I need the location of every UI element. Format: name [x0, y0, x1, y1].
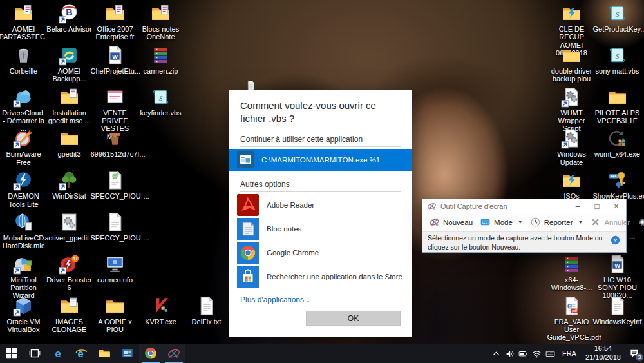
desktop-icon-driverscloud-d-marrer-la[interactable]: DriversCloud. - Démarrer la ... [1, 86, 46, 133]
desktop-icon-blocs-notes-onenote[interactable]: Blocs-notes OneNote [138, 3, 184, 41]
selected-app-path: C:\MARMITON\MARMITON.exe %1 [261, 156, 380, 164]
svg-text:9+: 9+ [73, 256, 78, 262]
desktop-icon-showkeyplus-exe[interactable]: ShowKeyPlus.exe [594, 170, 640, 200]
desktop-icon-belarc-advisor[interactable]: BBelarc Advisor [46, 3, 92, 33]
chevron-down-icon[interactable]: ▼ [518, 219, 523, 225]
desktop-icon-gpedit3[interactable]: gpedit3 [46, 128, 92, 158]
desktop-icon-x64-windows8[interactable]: x64-Windows8-... [549, 253, 594, 292]
svg-text:W: W [112, 53, 118, 59]
desktop-icon-windirstat[interactable]: WinDirStat [46, 170, 92, 200]
desktop-icon-label: Office 2007 Enterprise fr [92, 25, 138, 41]
taskbar-internet-explorer[interactable]: e [70, 344, 93, 363]
annuler-button[interactable]: Annuler [587, 215, 633, 230]
desktop-icon-label: carmen.nfo [97, 276, 133, 284]
battery-icon[interactable] [516, 344, 530, 363]
svg-text:B: B [66, 7, 72, 17]
snip-cancel-icon [590, 217, 601, 228]
app-option-adobe-reader[interactable]: Adobe Reader [229, 193, 412, 217]
svg-text:W: W [614, 262, 620, 268]
desktop-icon-label: 69961512d7c7f... [91, 150, 140, 158]
desktop-icon-keyfinder-vbs[interactable]: Skeyfinder.vbs [138, 86, 184, 117]
volume-icon[interactable] [503, 344, 516, 363]
desktop-icon-office-2007-enterprise-fr[interactable]: Office 2007 Enterprise fr [92, 3, 138, 41]
desktop-icon-installation-gpedit-msc[interactable]: Installation gpedit msc ... [46, 86, 92, 125]
chevron-up-icon[interactable] [489, 344, 503, 363]
taskbar-task-view[interactable] [23, 344, 46, 363]
desktop-icon-wumt-wrapper-script[interactable]: WUMT Wrapper Script [549, 86, 594, 133]
desktop-icon-label: carmen.zip [144, 67, 178, 75]
store-icon [237, 266, 259, 288]
options-button[interactable]: Options [634, 215, 644, 230]
taskbar-start[interactable] [0, 344, 23, 363]
mode-button[interactable]: Mode▼ [477, 215, 526, 230]
app-option-rechercher-une-application-dans-le-store[interactable]: Rechercher une application dans le Store [229, 265, 412, 289]
taskbar-file-explorer[interactable] [93, 344, 116, 363]
taskbar-snipping-tool[interactable] [162, 344, 185, 363]
desktop-icon-images-clonage[interactable]: IMAGES CLONAGE [46, 295, 92, 334]
vbox-icon [13, 295, 34, 317]
desktop-icon-fra-vaio-user-guide-vpce-pdf[interactable]: epdfFRA_VAIO User Guide_VPCE.pdf [549, 295, 594, 342]
desktop-icon-daemon-tools-lite[interactable]: DAEMON Tools Lite [1, 170, 46, 208]
desktop-icon-mobalivecd-harddisk-mlc[interactable]: MobaLiveCD HardDisk.mlc [1, 211, 46, 250]
touch-keyboard-icon[interactable] [544, 344, 557, 363]
desktop-icon-driver-booster-6[interactable]: 9+Driver Booster 6 [46, 253, 92, 292]
app-option-bloc-notes[interactable]: Bloc-notes [229, 217, 412, 241]
desktop-icon-aomei-backupp[interactable]: AOMEI Backupp... [46, 44, 92, 83]
nouveau-button[interactable]: Nouveau [426, 215, 476, 230]
help-icon[interactable]: ? [611, 235, 620, 245]
desktop-icon-carmen-zip[interactable]: carmen.zip [138, 44, 184, 75]
button-label: Annuler [604, 219, 630, 226]
desktop-icon-activer-gpedit[interactable]: activer_gpedit... [46, 211, 92, 242]
clock[interactable]: 16:54 21/10/2018 [582, 344, 625, 362]
wifi-icon[interactable] [530, 344, 544, 363]
desktop-icon-69961512d7c7f[interactable]: 69961512d7c7f... [92, 128, 138, 158]
kvrt-icon [150, 295, 171, 317]
more-apps-link[interactable]: Plus d'applications ↓ [240, 295, 401, 304]
minimize-button[interactable]: – [568, 202, 587, 211]
desktop-icon-carmen-nfo[interactable]: carmen.nfo [92, 253, 138, 284]
desktop-icon-sony-matt-vbs[interactable]: Ssony matt.vbs [594, 44, 640, 75]
ok-button[interactable]: OK [306, 311, 401, 326]
desktop-icon-chefprojetetu[interactable]: WChefProjetEtu... [92, 44, 138, 75]
desktop-icon-oracle-vm-virtualbox[interactable]: Oracle VM VirtualBox [1, 295, 46, 334]
desktop-icon-speccy-piou[interactable]: SPECCY_PIOU-... [92, 170, 138, 200]
desktop-icon-double-driver-backup-piou[interactable]: double driver backup piou [549, 44, 594, 83]
action-center-icon[interactable]: 3 [625, 344, 644, 363]
desktop-icon-getproductkey[interactable]: SGetProductKey... [594, 3, 640, 33]
desktop-icon-aomei-partasstec[interactable]: AOMEI PARTASSTEC... [1, 3, 46, 41]
clock-time: 16:54 [594, 344, 612, 352]
snipping-title-bar[interactable]: Outil Capture d'écran – □ × [422, 199, 626, 213]
desktop-icon-a-copie-x-piou[interactable]: A COPIE x PIOU [92, 295, 138, 334]
desktop-icon-kvrt-exe[interactable]: KVRT.exe [138, 295, 184, 326]
desktop-icon-speccy-piou[interactable]: SPECCY_PIOU-... [92, 211, 138, 242]
folder-doc-icon [59, 86, 80, 108]
maximize-button[interactable]: □ [587, 202, 607, 211]
desktop-icon-corbeille[interactable]: Corbeille [1, 44, 46, 75]
moba-icon [13, 211, 34, 233]
desktop-icon-burnaware-free[interactable]: BurnAware Free [1, 128, 46, 166]
desktop-icon-minitool-partition-wizard[interactable]: MiniTool Partition Wizard [1, 253, 46, 300]
monitor-icon [104, 253, 126, 275]
burnaware-icon [13, 128, 34, 149]
close-button[interactable]: × [607, 202, 626, 211]
windirstat-icon [59, 170, 80, 191]
taskbar-google-chrome[interactable] [139, 344, 162, 363]
desktop-icon-label: Belarc Advisor [46, 25, 91, 33]
reporter-button[interactable]: Reporter▼ [527, 215, 587, 230]
desktop-icon-pilote-alps-vpceb3l1e[interactable]: PILOTE ALPS VPCEB3L1E [594, 86, 640, 125]
desktop-icon-windows-update[interactable]: Windows Update [549, 128, 594, 166]
snipping-toolbar: NouveauMode▼Reporter▼AnnulerOptions [422, 213, 626, 231]
taskbar-microsoft-edge[interactable]: e [46, 344, 70, 363]
desktop-icon-wumt-x64-exe[interactable]: wumt_x64.exe [594, 128, 640, 158]
chevron-down-icon[interactable]: ▼ [578, 219, 583, 225]
desktop-icon-windowskeyinf[interactable]: WindowsKeyInf... [594, 295, 640, 326]
language-indicator[interactable]: FRA [557, 349, 582, 357]
desktop-icon-isos[interactable]: ISOs [549, 170, 594, 200]
adobe-icon [237, 194, 259, 216]
scissors-icon [427, 201, 437, 211]
taskbar-system-app[interactable] [116, 344, 139, 363]
app-option-google-chrome[interactable]: Google Chrome [229, 241, 412, 265]
desktop-icon-lic-w10-sony-piou-100620[interactable]: WLIC W10 SONY PIOU 100620... [594, 253, 640, 300]
selected-app-row[interactable]: C:\MARMITON\MARMITON.exe %1 [229, 149, 412, 171]
desktop-icon-delfix-txt[interactable]: DelFix.txt [184, 295, 229, 326]
